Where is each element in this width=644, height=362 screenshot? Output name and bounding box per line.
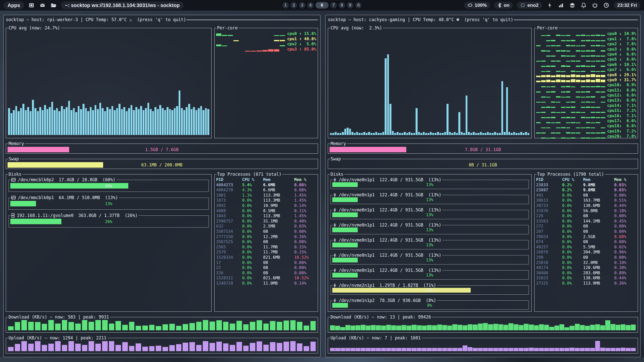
chart-bar — [498, 348, 503, 351]
chart-bar — [391, 348, 396, 351]
bluetooth-indicator[interactable]: on — [494, 2, 513, 9]
clock[interactable]: 23:32 Fri — [614, 2, 640, 9]
chart-bar — [546, 80, 551, 82]
workspace-4[interactable]: 4 — [307, 2, 314, 9]
chart-bar — [48, 344, 54, 351]
chart-bar — [386, 348, 391, 351]
core-label: cpu1 ↓ 7.8% — [607, 36, 636, 41]
power-profile-icon[interactable] — [546, 2, 553, 9]
chart-bar — [397, 132, 398, 135]
process-cell: 0.89% — [614, 270, 636, 276]
chart-bar — [391, 325, 396, 330]
workspace-1[interactable]: 1 — [282, 2, 289, 9]
chart-bar — [586, 56, 590, 57]
process-cell: 0.00% — [614, 229, 636, 234]
chart-bar — [183, 324, 188, 330]
disk-item: /dev/mmcblk0p2 17.4GB / 28.8GB (60%)60% — [9, 177, 209, 192]
meter: 13% — [332, 273, 527, 278]
chart-bar — [451, 133, 453, 135]
chart-bar — [145, 108, 147, 135]
disk-legend: /dev/mmcblk0p1 64.1MB / 510.0MB (13%) — [11, 195, 119, 200]
window-icon[interactable] — [28, 2, 35, 9]
chart-bar — [35, 341, 41, 351]
chart-bar — [245, 51, 250, 51]
chart-bar — [356, 132, 358, 135]
apps-button[interactable]: Apps — [4, 2, 24, 9]
workspace-8[interactable]: 8 — [339, 2, 345, 9]
chart-bar — [163, 347, 168, 351]
workspace-3[interactable]: 3 — [299, 2, 305, 9]
chart-bar — [561, 107, 566, 108]
process-cell: 113.3MB — [263, 213, 294, 219]
chart-bar — [596, 112, 600, 113]
process-cell: 0.0% — [562, 260, 583, 265]
chart-bar — [566, 75, 571, 77]
chart-bar — [536, 81, 541, 82]
terminal-window-rpi-worker-3[interactable]: socktop — host: rpi-worker-3 | CPU Temp:… — [3, 15, 320, 357]
process-cell: 1.45% — [294, 198, 316, 203]
time-tracker-icon[interactable] — [602, 2, 610, 9]
chart-bar — [399, 133, 401, 135]
process-cell: 0.16% — [294, 234, 316, 240]
process-cell: 0.0% — [242, 234, 263, 240]
folder-icon[interactable] — [50, 2, 57, 9]
process-cell: 1520334 — [216, 255, 242, 260]
process-row: 2720.0%0B0.00% — [536, 224, 636, 229]
process-cell: 0.0% — [562, 193, 583, 198]
cpu-avg-chart — [330, 31, 530, 135]
chart-bar — [422, 348, 427, 351]
workspace-6[interactable]: 6 — [315, 2, 329, 9]
signal-bars-icon[interactable] — [557, 2, 565, 9]
chart-bar — [556, 122, 560, 123]
chart-bar — [546, 35, 551, 36]
chart-bar — [611, 348, 615, 351]
process-cell: 1001 — [216, 193, 242, 198]
workspace-0[interactable]: 0 — [355, 2, 362, 9]
chart-bar — [586, 79, 590, 82]
chart-bar — [447, 104, 448, 135]
chart-bar — [102, 108, 104, 135]
process-cell: 4088 — [216, 208, 242, 214]
process-row: 4910.0%0B0.00% — [536, 193, 636, 198]
chart-bar — [556, 61, 560, 62]
chart-bar — [504, 132, 505, 135]
chart-bar — [263, 345, 269, 351]
power-icon[interactable] — [591, 2, 599, 9]
chart-bar — [35, 322, 41, 330]
chart-bar — [581, 80, 585, 82]
chart-bar — [586, 117, 590, 118]
chart-bar — [149, 346, 155, 351]
chart-bar — [102, 341, 108, 351]
chart-bar — [111, 106, 113, 135]
workspace-7[interactable]: 7 — [330, 2, 337, 9]
chart-bar — [407, 348, 411, 351]
core-sparkline — [216, 36, 285, 41]
core-label: cpu6 ↑ 10.1% — [607, 62, 636, 67]
process-cell: 0.45% — [614, 219, 636, 224]
core-label: cpu2 ↓ 5.0% — [287, 41, 316, 47]
network-indicator[interactable]: eno2 — [517, 2, 542, 9]
volume-indicator[interactable]: 100% — [464, 2, 491, 9]
chart-bar — [75, 344, 81, 351]
layers-icon[interactable] — [569, 2, 576, 9]
chart-bar — [95, 105, 97, 135]
chart-bar — [32, 100, 34, 135]
window-title-pill[interactable]: ~: socktop ws://192.168.1.104:3031/ws - … — [61, 2, 184, 9]
chart-bar — [34, 108, 36, 135]
workspace-9[interactable]: 9 — [347, 2, 353, 9]
meter: 8% — [332, 303, 527, 308]
process-cell: 0.0% — [562, 198, 583, 203]
mail-icon[interactable] — [39, 2, 46, 9]
chart-bar — [631, 348, 636, 351]
chart-bar — [581, 75, 585, 77]
chart-bar — [586, 50, 590, 52]
process-cell: 8.08% — [614, 234, 636, 240]
workspace-2[interactable]: 2 — [291, 2, 297, 9]
terminal-window-cachyos-gaming[interactable]: socktop — host: cachyos-gaming | CPU Tem… — [325, 15, 640, 357]
meter-label: 7.8GB / 31.1GB — [330, 147, 636, 152]
bell-icon[interactable] — [580, 2, 587, 9]
chart-bar — [601, 40, 605, 41]
chart-bar — [82, 345, 88, 351]
chart-bar — [163, 324, 168, 330]
chart-bar — [432, 348, 437, 351]
